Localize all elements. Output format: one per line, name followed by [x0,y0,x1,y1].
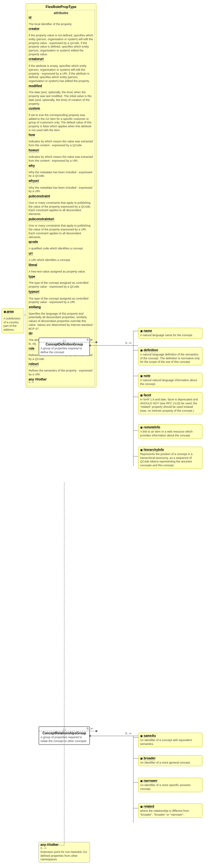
attr-typeuri-desc: The type of the concept assigned as cont… [29,297,94,304]
right-hierarchyinfo-element: ▣ hierarchyInfo Represents the position … [138,447,202,469]
attr-pubconstraint-desc: One or many constraints that apply to pu… [29,201,94,216]
attr-roleuri-desc: Refines the semantics of the property - … [29,369,94,376]
svg-text:0...∞: 0...∞ [125,732,131,735]
attr-pubconstrainturi: pubconstrainturi · · · · · · · One or ma… [29,217,94,240]
attr-xmllang-dots: · · · · · · · [29,309,94,312]
bottom-any-dots: 0...∞ [40,846,88,850]
related-icon: ▣ [140,805,143,808]
attr-typeuri-name: typeuri [29,290,39,294]
re-sameas-desc: An identifier of a concept with equivale… [140,739,200,746]
attr-custom-dots: · · · · · · · [29,111,94,114]
re-name-label: name [144,329,152,333]
attr-custom-desc: If set to true the corresponding propert… [29,114,94,132]
cdg-label: ConceptDefinitionGroup [40,343,88,346]
attr-why-dots: · · · · · · · [29,168,94,170]
attr-roleuri-dots: · · · · · · · [29,366,94,369]
right-note-element: ▣ note A natural natural language inform… [138,373,202,387]
attr-uri-dots: · · · · · · · [29,256,94,259]
hierarchyinfo-icon: ▣ [140,448,143,452]
attr-custom: custom · · · · · · · If set to true the … [29,107,94,132]
right-name-element: ▣ name A natural language name for the c… [138,328,202,339]
attributes-container: attributes id · · · · · · · The local id… [27,10,95,386]
attr-qcode: qcode · · · · · · · A qualified code whi… [29,240,94,250]
attr-creator: creator · · · · · · · If the property va… [29,27,94,56]
attr-pubconstraint-dots: · · · · · · · [29,198,94,201]
definition-icon: ▣ [140,349,143,352]
attr-how-desc: Indicates by which means the value was e… [29,140,94,147]
re-related-desc: where the relationship is different from… [140,809,200,816]
right-facet-element: ▣ facet In NAR 1.8 and later, facet is d… [138,392,202,414]
attr-why-desc: Why the metadata has been included - exp… [29,170,94,178]
attr-id-desc: The local identifier of the property. [29,23,94,26]
attr-creatoruri-dots: · · · · · · · [29,61,94,64]
attr-pubconstraint: pubconstraint · · · · · · · One or many … [29,194,94,216]
attr-whyuri-dots: · · · · · · · [29,183,94,186]
area-name: area [7,310,14,314]
attr-uri: uri · · · · · · · A URI which identifies… [29,252,94,262]
attr-modified-desc: The date (and, optionally, the time) whe… [29,91,94,106]
attr-howuri: howuri · · · · · · · Indicates by which … [29,149,94,163]
attributes-title: attributes [29,11,94,15]
attr-type: type · · · · · · · The type of the conce… [29,275,94,289]
attr-xmllang: xmllang · · · · · · · Specifies the lang… [29,305,94,331]
re-note-desc: A natural natural language information a… [140,378,200,386]
re-narrower-desc: An identifier of a more specific ancesto… [140,783,200,791]
remoteinfo-icon: ▣ [140,426,143,429]
attr-uri-desc: A URI which identifies a concept. [29,258,94,262]
attr-modified-dots: · · · · · · · [29,88,94,91]
re-name-desc: A natural language name for the concept. [140,334,200,337]
narrower-icon: ▣ [140,779,143,782]
re-facet-label: facet [144,393,151,397]
attr-type-desc: The type of the concept assigned as cont… [29,281,94,288]
svg-text:0...∞: 0...∞ [125,341,131,344]
attr-whyuri-name: whyuri [29,179,39,183]
sameas-icon: ▣ [140,734,143,738]
bottom-any-other-box: any ##other 0...∞ Extension point for no… [38,842,90,863]
attr-literal-dots: · · · · · · · [29,267,94,270]
re-broader-label: broader [144,756,156,761]
attr-roleuri-name: roleuri [29,362,38,366]
attr-typeuri: typeuri · · · · · · · The type of the co… [29,290,94,304]
attr-qcode-desc: A qualified code which identifies a conc… [29,247,94,251]
area-desc: A subdivision of a country part of the a… [3,317,22,332]
attr-whyuri-desc: Why the metadata has been included - exp… [29,186,94,193]
attr-uri-name: uri [29,252,33,256]
attr-how-dots: · · · · · · · [29,137,94,140]
attr-pubconstrainturi-name: pubconstrainturi [29,217,54,221]
right-definition-element: ▣ definition A natural language definiti… [138,347,202,365]
attr-qcode-dots: · · · · · · · [29,244,94,247]
concept-relationships-group-box: { } ConceptRelationshipsGroup A group of… [38,726,90,745]
attr-why-name: why [29,164,35,168]
broader-icon: ▣ [140,757,143,760]
attr-id: id · · · · · · · The local identifier of… [29,16,94,26]
attr-howuri-dots: · · · · · · · [29,153,94,156]
re-related-label: related [144,805,154,809]
re-facet-desc: In NAR 1.8 and later, facet is deprecate… [140,398,200,413]
bottom-any-desc: Extension point for non-NewsML-G2 define… [40,850,88,862]
attr-roleuri: roleuri · · · · · · · Refines the semant… [29,362,94,377]
attr-pubconstrainturi-dots: · · · · · · · [29,221,94,224]
right-narrower-element: ▣ narrower An identifier of a more speci… [138,778,202,792]
crg-desc: A group of properties required to relate… [40,736,88,743]
right-related-element: ▣ related where the relationship is diff… [138,803,202,818]
note-icon: ▣ [140,374,143,378]
attr-type-name: type [29,275,35,279]
area-dots: · · · · · · · [3,314,22,317]
crg-label: ConceptRelationshipsGroup [40,732,88,735]
re-hierarchyinfo-label: hierarchyInfo [144,448,164,452]
attr-creator-desc: If the property value is not defined, sp… [29,34,94,56]
attr-id-dots: · · · · · · · [29,20,94,23]
re-definition-label: definition [144,348,158,352]
re-note-label: note [144,374,150,378]
right-broader-element: ▣ broader An identifier of a more genera… [138,755,202,766]
attr-literal-desc: A free-text value assigned as property v… [29,270,94,274]
re-hierarchyinfo-desc: Represents the position of a concept in … [140,453,200,468]
re-sameas-label: sameAs [144,734,156,738]
bottom-any-label-row: any ##other [40,843,88,846]
main-box-title: FlexRolePropType [27,5,95,9]
attr-type-dots: · · · · · · · [29,279,94,281]
attr-how: how · · · · · · · Indicates by which mea… [29,133,94,147]
concept-definition-group-box: { } ConceptDefinitionGroup A group of pr… [38,337,90,356]
re-definition-desc: A natural language definition of the sem… [140,353,200,364]
attr-typeuri-dots: · · · · · · · [29,294,94,297]
